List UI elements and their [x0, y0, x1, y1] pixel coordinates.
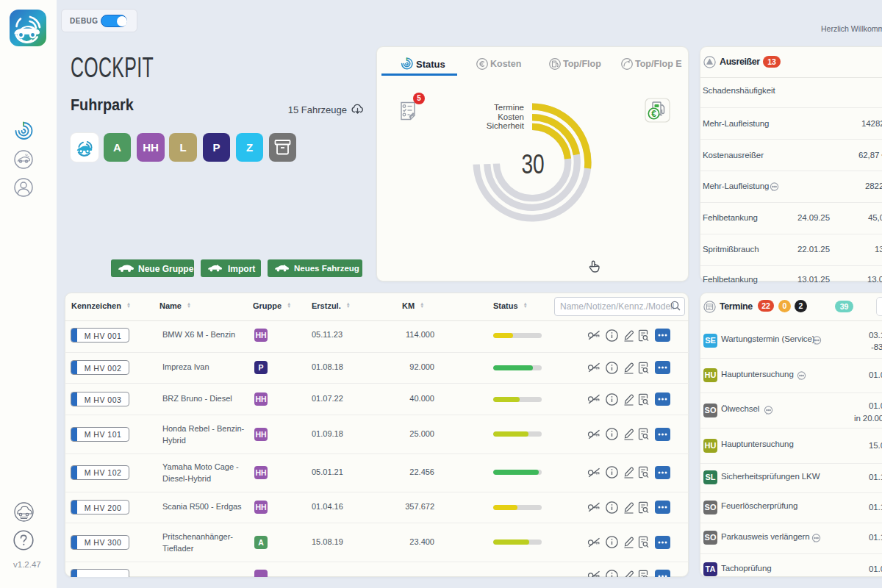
- svg-text:€: €: [651, 109, 656, 119]
